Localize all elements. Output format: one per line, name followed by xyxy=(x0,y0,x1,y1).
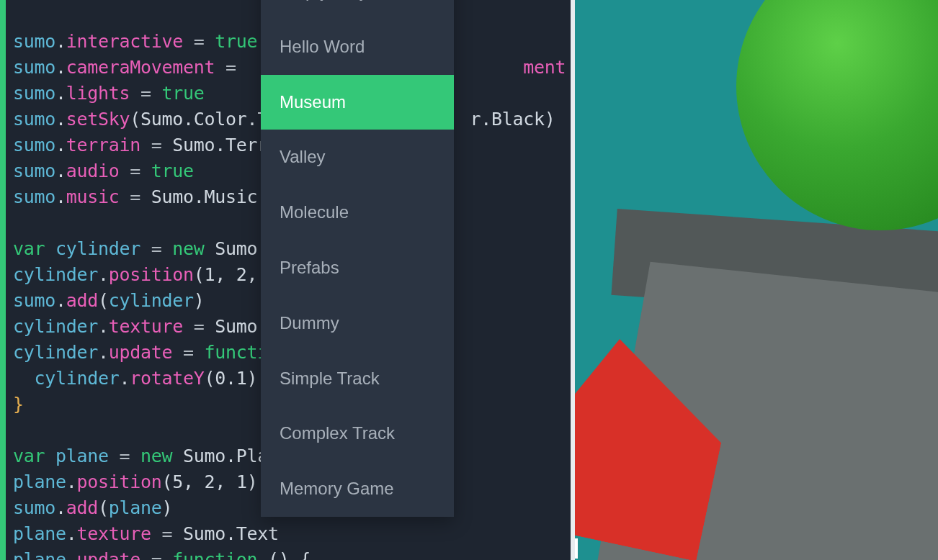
code-token: . xyxy=(120,368,130,389)
code-token: cylinder xyxy=(13,316,98,337)
code-token: . xyxy=(247,109,258,130)
code-token: . xyxy=(66,549,77,560)
dropdown-item-prefabs[interactable]: Prefabs xyxy=(261,240,454,296)
code-token: = xyxy=(140,135,172,155)
code-token: sumo xyxy=(13,57,55,78)
code-token: ) xyxy=(162,497,173,518)
code-token: . xyxy=(55,31,66,52)
code-token: var xyxy=(13,446,55,466)
code-token: plane xyxy=(13,523,66,544)
code-token: ( xyxy=(194,264,205,285)
code-token: () { xyxy=(268,549,311,560)
dropdown-item-dummy[interactable]: Dummy xyxy=(261,296,454,351)
code-token: cameraMovement xyxy=(66,57,215,78)
code-token: } xyxy=(13,394,24,415)
code-token: 5 xyxy=(172,471,183,492)
dropdown-item-complex-track[interactable]: Complex Track xyxy=(261,406,454,461)
code-token: = xyxy=(140,549,172,560)
code-token: Sumo xyxy=(215,316,257,337)
dropdown-item-molecule[interactable]: Molecule xyxy=(261,185,454,240)
code-token: true xyxy=(162,83,205,104)
code-token: ) xyxy=(194,290,205,311)
code-token: cylinder xyxy=(13,342,98,363)
code-token: audio xyxy=(66,161,120,181)
scene-green-sphere xyxy=(736,0,938,230)
code-token: var xyxy=(13,238,55,259)
code-token: ( xyxy=(205,368,215,389)
code-token: ) xyxy=(247,368,258,389)
code-token: update xyxy=(109,342,173,363)
code-token: . xyxy=(66,471,77,492)
code-token: Sumo xyxy=(215,238,257,259)
code-line[interactable]: plane.texture = Sumo.Text xyxy=(13,521,568,547)
code-token: . xyxy=(66,523,77,544)
code-token: texture xyxy=(77,523,151,544)
code-token: Music xyxy=(205,186,258,207)
code-token: position xyxy=(77,471,162,492)
dropdown-item-simple-track[interactable]: Simple Track xyxy=(261,351,454,407)
code-token: 2 xyxy=(205,471,215,492)
code-token: . xyxy=(55,109,66,130)
dropdown-item-memory-game[interactable]: Memory Game xyxy=(261,461,454,517)
code-token: terrain xyxy=(66,135,140,155)
code-token: , xyxy=(183,471,205,492)
code-token: cylinder xyxy=(13,368,120,389)
code-token: = xyxy=(172,342,204,363)
dropdown-item-valley[interactable]: Valley xyxy=(261,130,454,185)
code-token: Black xyxy=(491,109,545,130)
code-token: = xyxy=(215,57,246,78)
code-token: . xyxy=(566,57,568,78)
code-line[interactable]: plane.update = function () { xyxy=(13,547,568,560)
code-token: = xyxy=(151,523,183,544)
code-token: true xyxy=(215,31,257,52)
code-token: , xyxy=(215,471,236,492)
code-token: Text xyxy=(236,523,279,544)
scene-render xyxy=(575,0,938,560)
code-token: sumo xyxy=(13,186,55,207)
code-token: update xyxy=(77,549,141,560)
code-token: 1 xyxy=(205,264,215,285)
code-token: new xyxy=(140,446,183,466)
code-token: = xyxy=(109,446,140,466)
code-token: = xyxy=(140,238,172,259)
code-token: . xyxy=(55,57,66,78)
code-token: , xyxy=(215,264,236,285)
code-token xyxy=(13,420,24,441)
code-token: Sumo xyxy=(183,523,225,544)
code-token: sumo xyxy=(13,83,55,104)
code-token: add xyxy=(66,497,98,518)
code-token: . xyxy=(55,290,66,311)
code-token: cylinder xyxy=(109,290,194,311)
template-dropdown[interactable]: Empty ProjectHello WordMuseumValleyMolec… xyxy=(261,0,454,517)
code-token: . xyxy=(55,186,66,207)
dropdown-item-empty-project[interactable]: Empty Project xyxy=(261,0,454,19)
code-token: position xyxy=(109,264,194,285)
code-editor[interactable]: sumo.interactive = truesumo.cameraMoveme… xyxy=(6,0,568,560)
code-token: plane xyxy=(55,446,109,466)
code-token: cylinder xyxy=(13,264,98,285)
code-token: . xyxy=(215,135,225,155)
dropdown-item-museum[interactable]: Museum xyxy=(261,75,454,130)
code-token: music xyxy=(66,186,120,207)
code-token: texture xyxy=(109,316,183,337)
code-token: . xyxy=(55,83,66,104)
code-token: = xyxy=(183,31,215,52)
code-token: Sumo xyxy=(172,135,215,155)
code-token: ment xyxy=(523,57,566,78)
code-token: . xyxy=(98,316,109,337)
code-token: Color xyxy=(194,109,247,130)
code-token: function xyxy=(172,549,268,560)
code-token: . xyxy=(55,135,66,155)
code-token: 1 xyxy=(236,471,247,492)
code-token: . xyxy=(55,161,66,181)
dropdown-item-hello-word[interactable]: Hello Word xyxy=(261,19,454,75)
preview-viewport[interactable] xyxy=(571,0,938,560)
code-token: add xyxy=(66,290,98,311)
code-token: sumo xyxy=(13,497,55,518)
code-token: Sumo xyxy=(183,446,225,466)
code-token: ( xyxy=(162,471,173,492)
code-token: 0.1 xyxy=(215,368,246,389)
code-token xyxy=(13,212,24,233)
code-token: ) xyxy=(247,471,258,492)
code-token: Sumo xyxy=(140,109,183,130)
